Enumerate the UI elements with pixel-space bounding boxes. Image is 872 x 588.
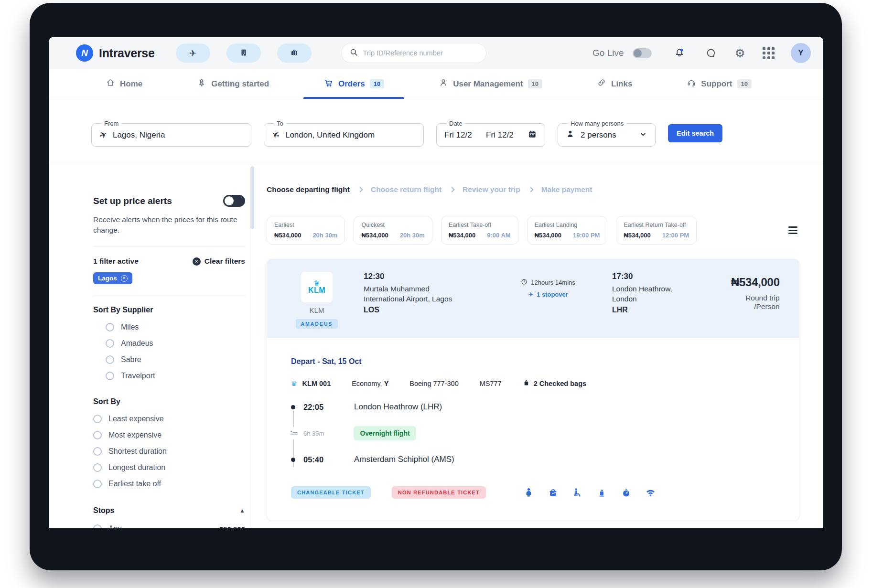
- persons-field[interactable]: How many persons 2 persons: [558, 120, 656, 147]
- brand: N Intraverse: [76, 44, 155, 62]
- persons-value: 2 persons: [581, 130, 616, 140]
- sidebar-scrollbar[interactable]: [250, 166, 254, 229]
- to-field[interactable]: To ✈ London, United Kingdom: [264, 120, 424, 147]
- sort-by-title: Sort By: [93, 397, 245, 406]
- radio-earliest-take-off[interactable]: Earliest take off: [93, 480, 245, 488]
- page-background: N Intraverse ✈: [0, 0, 872, 588]
- radio-miles[interactable]: Miles: [106, 323, 245, 331]
- radio-most-expensive[interactable]: Most expensive: [93, 431, 245, 439]
- intraverse-logo-icon: N: [76, 44, 93, 62]
- price-alerts-toggle[interactable]: [223, 195, 245, 207]
- sort-pill-earliest[interactable]: Earliest ₦534,00020h 30m: [267, 216, 345, 245]
- packages-mode-button[interactable]: [277, 43, 312, 63]
- from-value: Lagos, Nigeria: [113, 130, 165, 140]
- leg-arrival-time: 05:40: [303, 455, 342, 464]
- price-alerts-title: Set up price alerts: [93, 196, 172, 206]
- step-make-payment[interactable]: Make payment: [541, 185, 592, 194]
- top-right-cluster: Go Live ⚙ Y: [592, 43, 811, 63]
- hotels-mode-button[interactable]: [226, 43, 261, 63]
- results-content: Choose departing flight Choose return fl…: [252, 164, 823, 528]
- user-avatar[interactable]: Y: [791, 43, 811, 63]
- app-window: N Intraverse ✈: [49, 37, 823, 528]
- step-choose-return[interactable]: Choose return flight: [371, 185, 441, 194]
- notifications-bell-icon[interactable]: [674, 47, 685, 59]
- nav-getting-started[interactable]: Getting started: [197, 69, 269, 99]
- body: Set up price alerts Receive alerts when …: [49, 164, 823, 528]
- departure-info: 12:30 Murtala Muhammed International Air…: [364, 272, 484, 329]
- radio-circle: [106, 339, 114, 348]
- collapse-stops-icon[interactable]: ▲: [239, 507, 245, 514]
- edit-search-button[interactable]: Edit search: [668, 124, 722, 142]
- radio-circle: [106, 323, 114, 331]
- clear-filters-button[interactable]: × Clear filters: [193, 257, 245, 266]
- nav-orders[interactable]: Orders 10: [323, 69, 384, 99]
- timeline-dot: [291, 405, 295, 409]
- changeable-ticket-badge: CHANGEABLE TICKET: [291, 486, 371, 499]
- trip-search-input[interactable]: [363, 49, 478, 57]
- nav-support[interactable]: Support 10: [687, 69, 752, 99]
- radio-shortest-duration[interactable]: Shortest duration: [93, 447, 245, 456]
- nav-user-management[interactable]: User Management 10: [439, 69, 542, 99]
- radio-circle: [93, 480, 102, 488]
- apps-grid-icon[interactable]: [763, 47, 775, 59]
- step-choose-departing[interactable]: Choose departing flight: [267, 185, 350, 194]
- sort-pill-earliest-return-take-off[interactable]: Earliest Return Take-off ₦534,00012:00 P…: [616, 216, 697, 245]
- chevron-right-icon: [357, 187, 363, 192]
- flight-number: KLM 001: [302, 380, 331, 387]
- calendar-icon: [528, 129, 537, 141]
- radio-amadeus[interactable]: Amadeus: [106, 339, 245, 348]
- flight-result-card[interactable]: ♛ KLM KLM AMADEUS 12:30 Murtala Muhammed…: [267, 259, 799, 521]
- settings-gear-icon[interactable]: ⚙: [735, 47, 745, 59]
- from-field[interactable]: From ✈ Lagos, Nigeria: [91, 120, 251, 147]
- ticket-footer: CHANGEABLE TICKET NON REFUNDABLE TICKET: [291, 486, 775, 499]
- date-end-value: Fri 12/2: [486, 130, 514, 140]
- accessible-seat-icon: [572, 487, 583, 498]
- trip-search: [341, 43, 486, 63]
- go-live-toggle[interactable]: [633, 48, 652, 58]
- link-icon: [597, 78, 606, 90]
- radio-circle: [106, 372, 114, 380]
- divider: [93, 246, 245, 246]
- date-start-value: Fri 12/2: [444, 130, 472, 140]
- filter-chip-lagos[interactable]: Lagos ×: [93, 272, 132, 284]
- radio-circle: [93, 463, 102, 472]
- radio-least-expensive[interactable]: Least expensive: [93, 415, 245, 423]
- top-bar: N Intraverse ✈: [49, 37, 823, 69]
- nav-home[interactable]: Home: [106, 69, 142, 99]
- sort-pill-earliest-take-off[interactable]: Earliest Take-off ₦534,0009:00 AM: [441, 216, 518, 245]
- non-refundable-ticket-badge: NON REFUNDABLE TICKET: [392, 486, 486, 499]
- klm-mini-logo-icon: ♛: [291, 380, 297, 387]
- sort-pill-quickest[interactable]: Quickest ₦534,00020h 30m: [354, 216, 432, 245]
- duration-info: 12hours 14mins ✈ 1 stopover: [500, 272, 596, 329]
- sort-pill-earliest-landing[interactable]: Earliest Landing ₦534,00019:00 PM: [527, 216, 608, 245]
- radio-longest-duration[interactable]: Longest duration: [93, 463, 245, 472]
- total-duration: 12hours 14mins: [531, 279, 575, 286]
- departure-airport-code: LOS: [364, 306, 484, 314]
- radio-travelport[interactable]: Travelport: [106, 372, 245, 380]
- sort-pill-row: Earliest ₦534,00020h 30m Quickest ₦534,0…: [267, 216, 799, 245]
- nav-links[interactable]: Links: [597, 69, 632, 99]
- filters-sidebar: Set up price alerts Receive alerts when …: [49, 164, 252, 528]
- price-block: ₦534,000 Round trip /Person: [731, 272, 780, 329]
- arrival-airport-code: LHR: [612, 306, 715, 314]
- list-view-menu-icon[interactable]: [786, 225, 799, 236]
- date-field[interactable]: Date Fri 12/2 Fri 12/2: [436, 120, 545, 147]
- remove-filter-icon[interactable]: ×: [121, 275, 128, 282]
- departure-time: 12:30: [364, 272, 484, 281]
- rocket-icon: [197, 78, 206, 90]
- stops-price: 350,500: [219, 525, 245, 529]
- booking-steps: Choose departing flight Choose return fl…: [267, 185, 799, 194]
- timer-icon: [621, 487, 632, 498]
- supplier-badge: AMADEUS: [296, 319, 337, 329]
- plane-takeoff-icon: ✈: [97, 128, 109, 142]
- chevron-right-icon: [449, 187, 454, 192]
- supplier-options: Miles Amadeus Sabre Travelport: [93, 323, 245, 380]
- aircraft-type: Boeing 777-300: [409, 380, 458, 387]
- step-review-trip[interactable]: Review your trip: [463, 185, 520, 194]
- radio-sabre[interactable]: Sabre: [106, 355, 245, 364]
- flights-mode-button[interactable]: ✈: [176, 43, 210, 63]
- stops-any-option[interactable]: Any 350,500: [93, 524, 245, 528]
- flight-timeline: 22:05 London Heathrow (LHR) 6h 35m Overn…: [291, 402, 775, 464]
- chat-icon[interactable]: [705, 47, 717, 59]
- chevron-down-icon: [639, 130, 647, 140]
